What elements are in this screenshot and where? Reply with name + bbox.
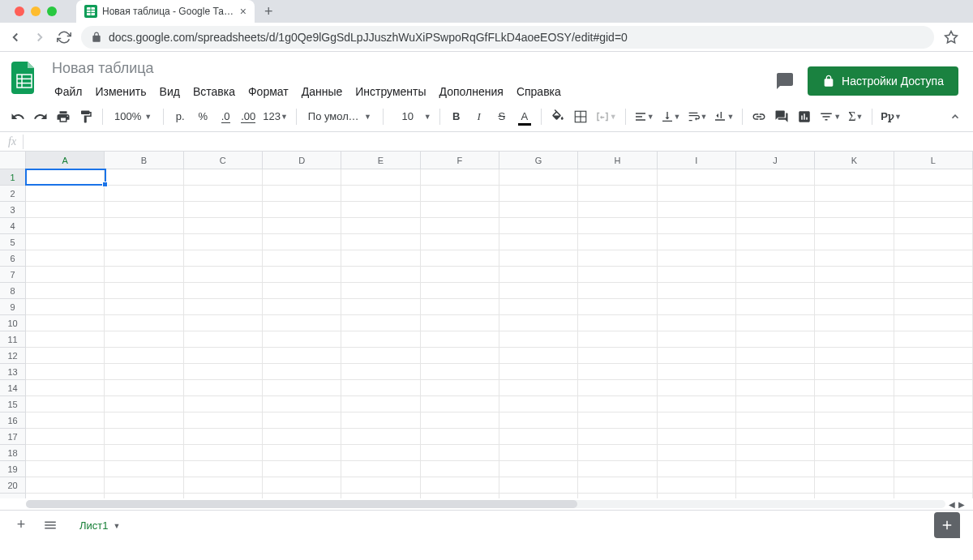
cell[interactable] <box>658 218 736 234</box>
row-header[interactable]: 17 <box>0 429 25 445</box>
browser-tab[interactable]: Новая таблица - Google Табли × <box>76 0 255 23</box>
cell[interactable] <box>184 315 263 331</box>
cell[interactable] <box>184 202 263 218</box>
print-icon[interactable] <box>54 106 73 127</box>
cell[interactable] <box>341 250 420 267</box>
cell[interactable] <box>421 445 499 461</box>
cell[interactable] <box>26 283 105 299</box>
cell[interactable] <box>421 364 499 380</box>
cell[interactable] <box>658 169 736 186</box>
cell[interactable] <box>894 380 973 396</box>
cell[interactable] <box>421 250 499 267</box>
cell[interactable] <box>105 315 183 331</box>
all-sheets-menu[interactable] <box>39 514 62 536</box>
filter-icon[interactable]: ▼ <box>817 106 842 127</box>
window-minimize[interactable] <box>31 6 41 16</box>
cell[interactable] <box>499 445 578 461</box>
column-header[interactable]: F <box>421 152 499 169</box>
cell[interactable] <box>421 234 499 250</box>
cell[interactable] <box>815 315 894 331</box>
cell[interactable] <box>578 331 657 348</box>
cell[interactable] <box>815 186 894 202</box>
cell[interactable] <box>421 331 499 348</box>
scroll-right-icon[interactable]: ▶ <box>958 500 965 509</box>
cell[interactable] <box>421 461 499 477</box>
cell[interactable] <box>184 267 263 283</box>
cell[interactable] <box>578 429 657 445</box>
cell[interactable] <box>263 364 341 380</box>
cell[interactable] <box>421 348 499 364</box>
italic-button[interactable]: I <box>469 106 489 127</box>
cell[interactable] <box>894 299 973 315</box>
cell[interactable] <box>499 348 578 364</box>
row-header[interactable]: 19 <box>0 461 25 477</box>
cell[interactable] <box>894 364 973 380</box>
cell[interactable] <box>184 348 263 364</box>
cell[interactable] <box>815 234 894 250</box>
cell[interactable] <box>736 494 815 498</box>
cell[interactable] <box>658 477 736 494</box>
spreadsheet-grid[interactable]: ABCDEFGHIJKL 123456789101112131415161718… <box>0 152 973 498</box>
cell[interactable] <box>736 429 815 445</box>
row-header[interactable]: 1 <box>0 169 25 186</box>
cell[interactable] <box>578 234 657 250</box>
cell[interactable] <box>105 413 183 429</box>
column-header[interactable]: D <box>263 152 341 169</box>
h-scrollbar[interactable] <box>26 500 945 508</box>
cell[interactable] <box>736 250 815 267</box>
column-header[interactable]: B <box>105 152 183 169</box>
menu-item[interactable]: Инструменты <box>349 82 431 101</box>
cell[interactable] <box>26 250 105 267</box>
cell[interactable] <box>105 234 183 250</box>
cell[interactable] <box>263 380 341 396</box>
merge-cells-icon[interactable]: ▼ <box>594 106 619 127</box>
cell[interactable] <box>26 267 105 283</box>
cell[interactable] <box>815 267 894 283</box>
cell[interactable] <box>736 186 815 202</box>
cell[interactable] <box>815 331 894 348</box>
cell[interactable] <box>341 267 420 283</box>
cell[interactable] <box>263 234 341 250</box>
cell[interactable] <box>736 202 815 218</box>
cell[interactable] <box>105 169 183 186</box>
cell[interactable] <box>578 186 657 202</box>
cell[interactable] <box>341 396 420 413</box>
cell[interactable] <box>184 299 263 315</box>
column-header[interactable]: G <box>499 152 578 169</box>
cell[interactable] <box>499 186 578 202</box>
cell[interactable] <box>894 169 973 186</box>
cell[interactable] <box>736 315 815 331</box>
cell[interactable] <box>499 331 578 348</box>
cell[interactable] <box>658 380 736 396</box>
cell[interactable] <box>815 445 894 461</box>
cell[interactable] <box>105 380 183 396</box>
cell[interactable] <box>341 299 420 315</box>
cell[interactable] <box>578 169 657 186</box>
column-header[interactable]: H <box>578 152 657 169</box>
cell[interactable] <box>26 299 105 315</box>
cell[interactable] <box>184 477 263 494</box>
add-sheet-button[interactable]: + <box>10 514 32 536</box>
cell[interactable] <box>263 331 341 348</box>
cell[interactable] <box>499 494 578 498</box>
cell[interactable] <box>26 461 105 477</box>
cell[interactable] <box>894 413 973 429</box>
cell[interactable] <box>263 315 341 331</box>
cell[interactable] <box>578 364 657 380</box>
row-header[interactable]: 15 <box>0 396 25 413</box>
cell[interactable] <box>341 169 420 186</box>
cell[interactable] <box>815 461 894 477</box>
cell[interactable] <box>105 429 183 445</box>
cell[interactable] <box>736 283 815 299</box>
cell[interactable] <box>105 267 183 283</box>
menu-item[interactable]: Вид <box>154 82 186 101</box>
row-header[interactable]: 16 <box>0 413 25 429</box>
increase-decimal[interactable]: .00 <box>238 106 258 127</box>
comments-button[interactable] <box>772 68 798 94</box>
cell[interactable] <box>26 234 105 250</box>
row-header[interactable]: 4 <box>0 218 25 234</box>
cell[interactable] <box>263 250 341 267</box>
cell[interactable] <box>341 331 420 348</box>
cell[interactable] <box>658 413 736 429</box>
cell[interactable] <box>105 445 183 461</box>
